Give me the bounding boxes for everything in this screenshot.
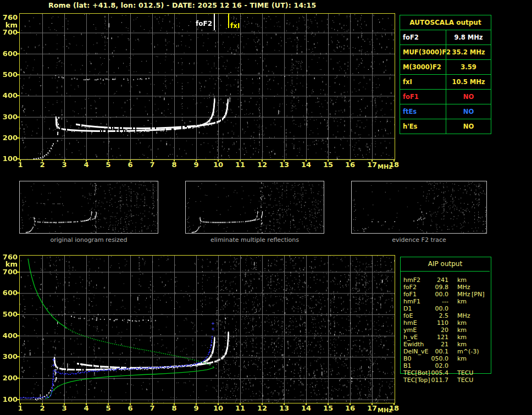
x-axis-tick: [306, 403, 307, 405]
x-axis-unit: MHz: [378, 407, 392, 414]
y-axis-tick: [16, 95, 19, 96]
aip-param-label: h_vE: [403, 334, 418, 341]
thumb-evidence-caption: evidence F2 trace: [351, 236, 487, 244]
y-tick-label: 200: [0, 374, 18, 382]
y-axis-tick: [16, 314, 19, 315]
y-axis-tick: [16, 272, 19, 273]
x-axis-tick: [372, 159, 373, 162]
x-tick-label: 3: [57, 161, 72, 169]
x-axis-tick: [240, 403, 241, 405]
autoscala-param-value: 3.59: [446, 60, 491, 74]
aip-row-fof1: foF100.0MHz[PN]: [400, 291, 491, 298]
aip-param-label: hmF1: [403, 298, 420, 305]
thumb-evidence-canvas: [352, 181, 486, 233]
aip-table-header: AIP output: [401, 257, 490, 272]
x-tick-label: 14: [298, 161, 314, 169]
x-tick-label: 14: [298, 405, 314, 412]
x-tick-label: 5: [101, 161, 116, 169]
aip-row-hmf1: hmF1---km: [400, 298, 491, 305]
aip-param-label: foF1: [403, 291, 417, 298]
y-tick-label: 400: [0, 92, 18, 99]
bottom-ionogram-canvas: [20, 256, 395, 403]
x-tick-label: 12: [254, 161, 270, 169]
x-axis-tick: [108, 403, 109, 405]
aip-row-hve: h_vE121km: [400, 334, 491, 341]
autoscala-table-rows: foF29.8 MHzMUF(3000)F235.2 MHzM(3000)F23…: [400, 30, 491, 134]
x-axis-tick: [218, 403, 219, 405]
top-ionogram-plot: [19, 13, 395, 160]
autoscala-row-m3000f2: M(3000)F23.59: [400, 60, 491, 75]
x-tick-label: 9: [189, 161, 204, 169]
x-axis-unit: MHz: [378, 164, 392, 170]
y-axis-tick: [16, 117, 19, 118]
x-axis-tick: [350, 403, 351, 405]
x-axis-tick: [218, 159, 219, 162]
y-axis-tick: [16, 74, 19, 75]
aip-param-value: 00.1: [422, 348, 448, 355]
autoscala-param-label: ftEs: [400, 104, 446, 119]
y-tick-label: 300: [0, 113, 18, 121]
x-axis-tick: [42, 159, 43, 162]
aip-param-label: ymE: [403, 327, 417, 334]
aip-row-b1: B102.0: [400, 362, 491, 369]
y-axis-tick: [16, 399, 19, 400]
x-axis-tick: [284, 159, 285, 162]
aip-param-value: 21: [422, 341, 448, 348]
aip-param-unit: MHz: [457, 312, 470, 319]
x-axis-tick: [328, 403, 329, 405]
aip-param-value: 09.8: [422, 284, 448, 291]
aip-param-unit: MHz: [457, 291, 470, 298]
y-tick-label: 700: [0, 29, 18, 36]
x-axis-tick: [152, 403, 153, 405]
y-tick-label: 500: [0, 311, 18, 318]
x-axis-tick: [174, 403, 175, 405]
x-axis-tick: [64, 159, 65, 162]
aip-row-ewidth: Ewidth21km: [400, 341, 491, 348]
x-tick-label: 10: [210, 405, 226, 412]
y-axis-tick: [16, 158, 19, 159]
x-tick-label: 10: [210, 161, 226, 169]
aip-param-value: 050.0: [422, 355, 448, 362]
x-tick-label: 6: [123, 405, 138, 412]
aip-param-flag: [PN]: [472, 291, 484, 298]
y-axis-tick: [16, 137, 19, 139]
x-axis-tick: [20, 159, 21, 162]
x-axis-tick: [394, 403, 395, 405]
x-axis-tick: [284, 403, 285, 405]
y-tick-label: 400: [0, 332, 18, 340]
y-axis-tick: [16, 53, 19, 54]
x-tick-label: 7: [145, 161, 160, 169]
y-tick-label: 600: [0, 289, 18, 297]
autoscala-window: { "title": "Rome (lat: +41.8, lon: 012.5…: [0, 0, 532, 415]
autoscala-param-value: 9.8 MHz: [446, 30, 491, 45]
y-axis-tick: [16, 356, 19, 357]
thumb-eliminate-reflections: [185, 181, 324, 234]
x-axis-tick: [196, 159, 197, 162]
x-tick-label: 16: [342, 161, 358, 169]
x-axis-tick: [240, 159, 241, 162]
aip-param-value: 241: [422, 276, 448, 284]
y-axis-unit: km: [0, 261, 18, 268]
x-axis-tick: [174, 159, 175, 162]
x-axis-tick: [152, 159, 153, 162]
thumb-eliminate-caption: eliminate multiple reflections: [185, 236, 324, 244]
x-axis-tick: [372, 403, 373, 405]
aip-param-label: hmE: [403, 319, 417, 327]
aip-row-tectop: TEC[Top]011.7TECU: [400, 377, 491, 384]
autoscala-table-header: AUTOSCALA output: [400, 15, 491, 30]
x-tick-label: 6: [123, 161, 138, 169]
aip-row-hme: hmE110km: [400, 319, 491, 327]
x-tick-label: 4: [79, 405, 94, 412]
x-tick-label: 13: [276, 161, 292, 169]
x-tick-label: 5: [101, 405, 116, 412]
bottom-ionogram-plot: [19, 255, 395, 403]
x-axis-tick: [130, 403, 131, 405]
autoscala-param-value: NO: [446, 119, 491, 134]
aip-row-hmf2: hmF2241km: [400, 276, 491, 284]
aip-param-value: 20: [422, 327, 448, 334]
x-tick-label: 2: [35, 161, 50, 169]
aip-param-unit: km: [457, 355, 467, 362]
aip-param-value: 2.5: [422, 312, 448, 319]
y-tick-label: 200: [0, 134, 18, 142]
y-tick-label: 600: [0, 50, 18, 58]
